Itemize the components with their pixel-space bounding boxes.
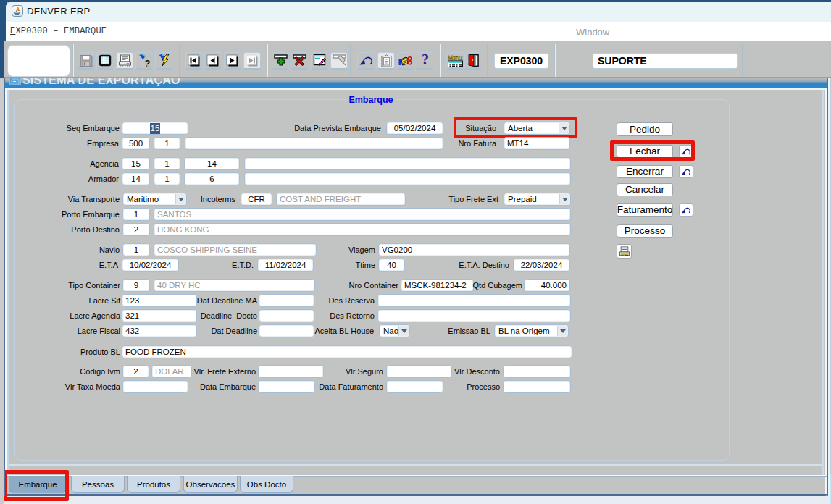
svg-text:Menu: Menu	[448, 54, 463, 62]
